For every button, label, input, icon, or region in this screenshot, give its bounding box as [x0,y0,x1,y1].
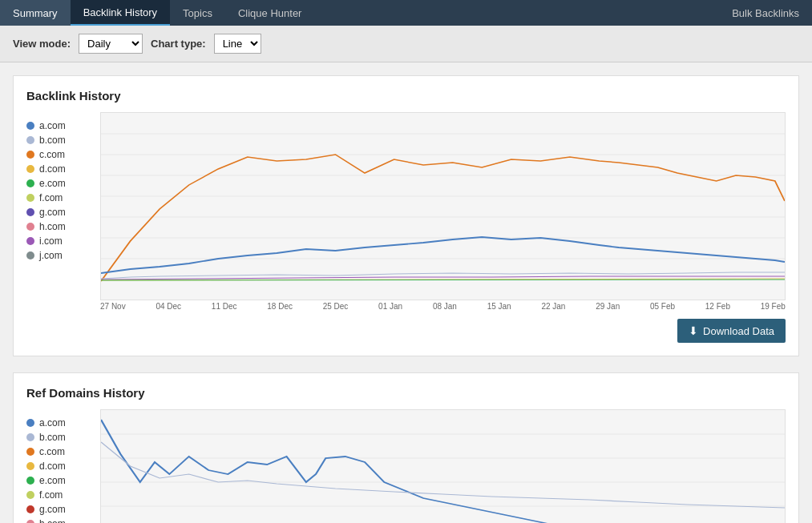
legend-dot-g [26,208,34,216]
rd-legend-dot-e [26,477,34,485]
backlink-history-chart-area: 27 Nov04 Dec11 Dec18 Dec25 Dec01 Jan08 J… [100,112,786,312]
legend-dot-b [26,136,34,144]
legend-dot-d [26,165,34,173]
rd-legend-dot-a [26,419,34,427]
x-label: 15 Jan [487,302,511,311]
nav-spacer [314,0,719,26]
rd-legend-label-b: b.com [39,432,66,443]
x-label: 18 Dec [267,302,293,311]
ref-domains-chart [100,409,786,523]
legend-item-g: g.com [26,207,91,218]
rd-legend-item-g: g.com [26,504,91,515]
rd-legend-label-h: h.com [39,518,66,523]
legend-item-i: i.com [26,235,91,247]
legend-dot-e [26,179,34,187]
backlink-history-title: Backlink History [26,89,786,103]
legend-label-a: a.com [39,120,66,131]
legend-item-f: f.com [26,192,91,203]
rd-legend-dot-b [26,433,34,441]
tab-clique-hunter[interactable]: Clique Hunter [225,0,315,26]
backlink-history-chart [100,112,786,300]
x-label: 04 Dec [156,302,181,311]
tab-topics[interactable]: Topics [170,0,225,26]
rd-legend-item-d: d.com [26,461,91,472]
tab-backlink-history[interactable]: Backlink History [71,0,170,26]
legend-dot-c [26,151,34,159]
ref-domains-legend: a.comb.comc.comd.come.comf.comg.comh.com… [26,409,91,523]
chart-type-label: Chart type: [151,38,206,50]
backlink-history-section: Backlink History a.comb.comc.comd.come.c… [13,75,799,356]
rd-legend-dot-f [26,491,34,499]
tab-summary[interactable]: Summary [0,0,71,26]
main-content: Backlink History a.comb.comc.comd.come.c… [0,62,812,523]
x-label: 19 Feb [761,302,786,311]
backlink-download-row: ⬇ Download Data [26,319,786,343]
rd-legend-item-c: c.com [26,446,91,457]
rd-legend-item-a: a.com [26,417,91,428]
bulk-backlinks-link[interactable]: Bulk Backlinks [719,0,812,26]
legend-label-f: f.com [39,192,63,203]
nav-bar: Summary Backlink History Topics Clique H… [0,0,812,26]
rd-legend-dot-g [26,505,34,513]
legend-label-g: g.com [39,207,66,218]
x-label: 12 Feb [705,302,730,311]
view-mode-label: View mode: [13,38,71,50]
rd-legend-item-e: e.com [26,475,91,486]
x-label: 08 Jan [433,302,457,311]
legend-item-e: e.com [26,178,91,189]
rd-legend-label-a: a.com [39,417,66,428]
legend-dot-i [26,237,34,245]
rd-legend-label-c: c.com [39,446,65,457]
rd-legend-dot-c [26,448,34,456]
rd-legend-label-f: f.com [39,489,63,501]
x-label: 01 Jan [378,302,402,311]
backlink-download-label: Download Data [703,325,774,337]
x-label: 27 Nov [100,302,126,311]
backlink-history-container: a.comb.comc.comd.come.comf.comg.comh.com… [26,112,786,312]
backlink-history-legend: a.comb.comc.comd.come.comf.comg.comh.com… [26,112,91,312]
legend-label-i: i.com [39,235,63,247]
rd-legend-dot-d [26,462,34,470]
rd-legend-dot-h [26,520,34,523]
legend-item-h: h.com [26,221,91,232]
legend-label-h: h.com [39,221,66,232]
x-label: 11 Dec [212,302,237,311]
legend-item-d: d.com [26,163,91,175]
ref-domains-container: a.comb.comc.comd.come.comf.comg.comh.com… [26,409,786,523]
legend-dot-a [26,122,34,130]
download-icon: ⬇ [689,324,698,337]
legend-dot-f [26,194,34,202]
legend-label-d: d.com [39,163,66,175]
legend-dot-j [26,251,34,259]
ref-domains-section: Ref Domains History a.comb.comc.comd.com… [13,372,799,523]
legend-item-j: j.com [26,250,91,261]
backlink-download-button[interactable]: ⬇ Download Data [677,319,786,343]
rd-legend-item-h: h.com [26,518,91,523]
legend-item-a: a.com [26,120,91,131]
rd-legend-label-d: d.com [39,461,66,472]
legend-item-b: b.com [26,135,91,146]
legend-dot-h [26,223,34,231]
x-label: 05 Feb [650,302,675,311]
toolbar: View mode: Daily Weekly Monthly Chart ty… [0,26,812,62]
view-mode-select[interactable]: Daily Weekly Monthly [79,34,143,54]
chart-type-select[interactable]: Line Bar [214,34,261,54]
legend-label-e: e.com [39,178,66,189]
bl-x-axis: 27 Nov04 Dec11 Dec18 Dec25 Dec01 Jan08 J… [100,300,786,312]
legend-label-c: c.com [39,149,65,160]
x-label: 25 Dec [323,302,349,311]
rd-legend-item-f: f.com [26,489,91,501]
x-label: 22 Jan [541,302,565,311]
legend-label-j: j.com [39,250,63,261]
rd-legend-label-g: g.com [39,504,66,515]
x-label: 29 Jan [596,302,620,311]
rd-legend-item-b: b.com [26,432,91,443]
ref-domains-title: Ref Domains History [26,386,786,400]
svg-rect-0 [101,113,785,281]
rd-legend-label-e: e.com [39,475,66,486]
legend-label-b: b.com [39,135,66,146]
legend-item-c: c.com [26,149,91,160]
ref-domains-chart-area: 27 Nov04 Dec11 Dec18 Dec25 Dec01 Jan08 J… [100,409,786,523]
